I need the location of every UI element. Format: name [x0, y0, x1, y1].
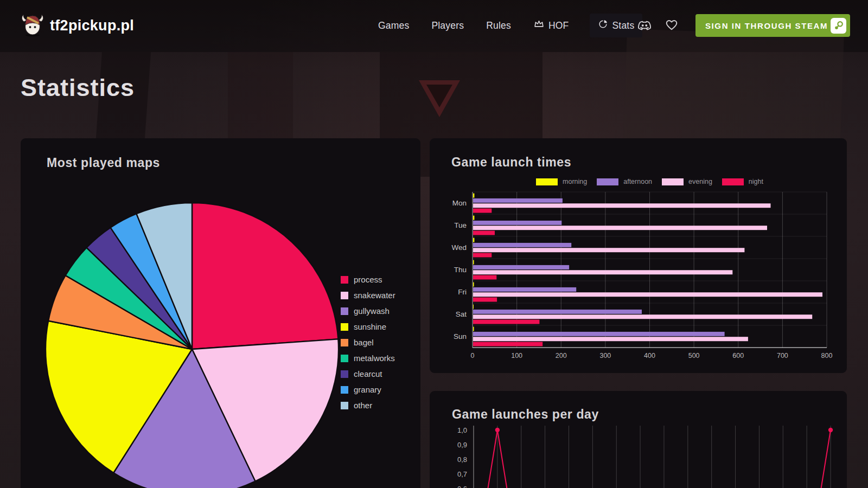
tf2-mascot-icon	[20, 12, 46, 39]
main-nav: Games Players Rules HOF Stats	[377, 0, 642, 51]
bar-Tue-morning	[473, 216, 474, 220]
card-game-launches-per-day: Game launches per day 1,00,90,80,70,6	[430, 391, 847, 488]
pie-legend-item-clearcut[interactable]: clearcut	[341, 370, 395, 378]
bar-Thu-afternoon	[473, 265, 569, 269]
day-label-Sun: Sun	[454, 332, 467, 341]
bar-Sun-night	[473, 342, 542, 346]
site-logo[interactable]: tf2pickup.pl	[20, 12, 134, 39]
pie-legend-item-bagel[interactable]: bagel	[341, 338, 395, 346]
bar-Sat-afternoon	[473, 310, 642, 314]
nav-item-rules[interactable]: Rules	[485, 15, 512, 37]
card-most-played-maps: Most played maps processsnakewatergullyw…	[21, 138, 420, 488]
header-actions	[635, 0, 681, 51]
pie-legend-item-gullywash[interactable]: gullywash	[341, 307, 395, 315]
x-axis-tick: 500	[688, 352, 700, 359]
line-point	[495, 428, 500, 432]
legend-swatch	[341, 402, 348, 409]
pie-chart-icon	[598, 19, 608, 32]
bar-Mon-morning	[473, 194, 474, 198]
legend-swatch	[341, 355, 348, 362]
day-label-Tue: Tue	[454, 221, 467, 229]
pie-legend-item-process[interactable]: process	[341, 275, 395, 284]
legend-swatch	[341, 339, 348, 346]
page-title: Statistics	[21, 74, 135, 102]
legend-swatch	[341, 307, 348, 315]
bar-Thu-night	[473, 275, 496, 280]
bar-Tue-night	[473, 231, 495, 235]
legend-swatch	[341, 292, 348, 299]
bar-Wed-evening	[473, 248, 744, 252]
bar-Sun-evening	[473, 337, 748, 341]
bar-Tue-evening	[473, 226, 767, 230]
bar-Sun-morning	[473, 327, 474, 331]
x-axis-tick: 800	[821, 352, 833, 359]
day-label-Mon: Mon	[452, 199, 467, 207]
bar-Mon-evening	[473, 203, 771, 208]
bar-Mon-night	[473, 209, 492, 213]
x-axis-tick: 700	[777, 352, 788, 359]
legend-label: clearcut	[354, 369, 382, 378]
pie-legend-item-snakewater[interactable]: snakewater	[341, 291, 395, 299]
bar-Fri-evening	[473, 292, 822, 297]
y-axis-tick: 0,9	[457, 441, 467, 449]
site-header: tf2pickup.pl Games Players Rules HOF	[0, 0, 868, 51]
pie-legend-item-granary[interactable]: granary	[341, 386, 395, 394]
legend-label: sunshine	[354, 322, 386, 331]
crown-icon	[533, 18, 545, 33]
y-axis-tick: 1,0	[457, 426, 467, 434]
legend-swatch	[341, 370, 348, 378]
pie-legend-item-metalworks[interactable]: metalworks	[341, 354, 395, 362]
pie-chart-title: Most played maps	[47, 156, 160, 170]
x-axis-tick: 400	[644, 352, 655, 359]
bar-Fri-morning	[473, 282, 474, 287]
pie-chart	[44, 201, 340, 488]
pie-legend-item-other[interactable]: other	[341, 401, 395, 409]
bar-Sat-night	[473, 320, 539, 324]
line-point	[828, 428, 833, 432]
bar-Thu-morning	[473, 260, 474, 265]
discord-button[interactable]	[635, 15, 654, 36]
bar-Mon-afternoon	[473, 198, 563, 203]
bar-Thu-evening	[473, 270, 732, 274]
bar-Fri-night	[473, 298, 497, 302]
x-axis-tick: 0	[471, 352, 475, 359]
x-axis-tick: 100	[511, 352, 522, 359]
legend-swatch	[341, 323, 348, 331]
nav-item-hof[interactable]: HOF	[532, 13, 570, 38]
nav-item-players[interactable]: Players	[430, 15, 465, 37]
legend-swatch	[341, 276, 348, 284]
legend-label: gullywash	[354, 306, 390, 316]
legend-label: other	[354, 401, 372, 410]
sign-in-steam-button[interactable]: SIGN IN THROUGH STEAM	[695, 14, 850, 37]
favorites-button[interactable]	[662, 16, 681, 36]
bar-Wed-afternoon	[473, 243, 571, 247]
bar-chart: 0100200300400500600700800MonTueWedThuFri…	[430, 138, 847, 373]
legend-label: granary	[354, 385, 381, 394]
bar-Tue-afternoon	[473, 221, 561, 225]
bar-Sat-evening	[473, 314, 812, 319]
line-chart: 1,00,90,80,70,6	[430, 391, 847, 488]
legend-label: metalworks	[354, 354, 395, 363]
day-label-Thu: Thu	[454, 266, 467, 274]
day-label-Sat: Sat	[456, 310, 467, 318]
day-label-Fri: Fri	[458, 288, 467, 296]
y-axis-tick: 0,8	[457, 455, 467, 464]
bar-Wed-night	[473, 253, 492, 258]
logo-text: tf2pickup.pl	[50, 17, 134, 34]
nav-item-games[interactable]: Games	[377, 15, 410, 37]
legend-swatch	[341, 386, 348, 394]
heart-icon	[665, 18, 679, 34]
bar-Sun-afternoon	[473, 332, 725, 336]
bar-Sat-morning	[473, 305, 474, 309]
pie-legend: processsnakewatergullywashsunshinebagelm…	[341, 275, 395, 417]
x-axis-tick: 200	[556, 352, 567, 359]
bar-Wed-morning	[473, 238, 474, 242]
pie-legend-item-sunshine[interactable]: sunshine	[341, 323, 395, 331]
bar-Fri-afternoon	[473, 287, 576, 292]
x-axis-tick: 300	[599, 352, 611, 359]
day-label-Wed: Wed	[451, 243, 467, 252]
legend-label: snakewater	[354, 291, 395, 300]
legend-label: bagel	[354, 338, 374, 347]
y-axis-tick: 0,7	[457, 470, 467, 478]
x-axis-tick: 600	[732, 352, 744, 359]
